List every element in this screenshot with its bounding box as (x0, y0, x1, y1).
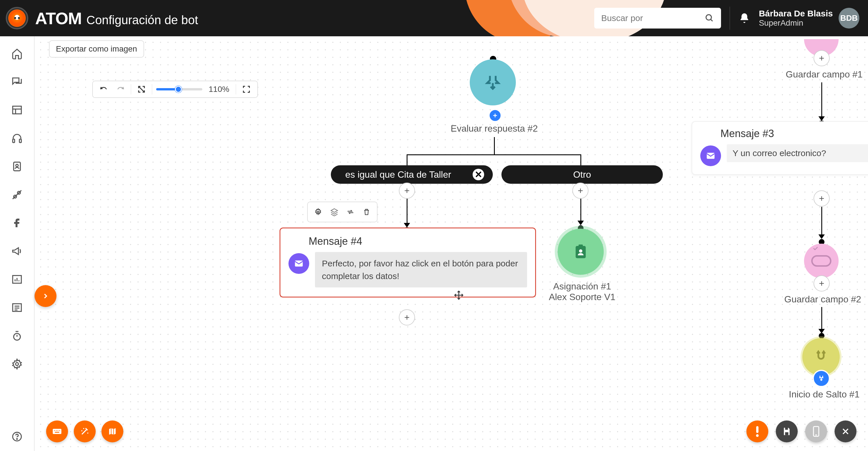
mail-icon (700, 146, 721, 166)
message3-title: Mensaje #3 (720, 128, 868, 140)
keyboard-fab[interactable] (46, 420, 68, 442)
svg-rect-42 (53, 429, 61, 434)
mail-icon (288, 253, 309, 274)
notifications-icon[interactable] (739, 12, 750, 24)
svg-point-51 (756, 434, 758, 437)
svg-point-8 (16, 164, 18, 167)
svg-line-1 (711, 19, 713, 21)
warning-fab[interactable] (746, 420, 768, 442)
undo-button[interactable] (97, 83, 110, 96)
branch-pill-equal[interactable]: es igual que Cita de Taller ✕ (331, 165, 493, 184)
node-layers-button[interactable] (327, 204, 342, 220)
logo-area: ATOM Configuración de bot (0, 7, 198, 29)
add-node-button[interactable]: + (813, 50, 830, 66)
sidebar-item-contact[interactable] (11, 161, 23, 172)
canvas-toolbar: 110% (92, 80, 258, 98)
svg-marker-29 (818, 116, 825, 121)
fit-button[interactable] (240, 83, 253, 96)
search-icon[interactable] (705, 13, 714, 23)
svg-rect-52 (785, 432, 788, 435)
mobile-preview-fab[interactable] (805, 420, 827, 442)
add-node-button[interactable]: + (813, 190, 830, 206)
app-name: ATOM (35, 9, 82, 28)
svg-rect-5 (13, 139, 15, 142)
zoom-slider[interactable] (156, 88, 202, 90)
node-settings-button[interactable] (311, 204, 326, 220)
add-node-button[interactable]: + (572, 183, 588, 199)
sidebar-item-stats[interactable] (11, 273, 23, 285)
message3-text: Y un correo electronico? (727, 144, 868, 162)
close-fab[interactable] (835, 420, 857, 442)
sidebar-item-headphones[interactable] (11, 132, 23, 144)
svg-point-25 (17, 439, 18, 440)
sidebar-item-disconnect[interactable] (11, 189, 23, 200)
sidebar-item-facebook[interactable] (11, 217, 23, 229)
svg-point-43 (54, 430, 55, 431)
magic-fab[interactable] (74, 420, 96, 442)
message4-text: Perfecto, por favor haz click en el botó… (315, 252, 527, 287)
sidebar-item-chat[interactable] (11, 76, 23, 88)
user-menu[interactable]: Bárbara De Blasis SuperAdmin BDB (759, 8, 859, 29)
branch-equal-label: es igual que Cita de Taller (345, 169, 451, 180)
node-swap-button[interactable] (343, 204, 358, 220)
svg-point-0 (706, 15, 712, 20)
save-fab[interactable] (776, 420, 798, 442)
node-message-4-selected[interactable]: Mensaje #4 Perfecto, por favor haz click… (280, 227, 536, 297)
export-image-button[interactable]: Exportar como imagen (49, 40, 144, 58)
add-node-button[interactable]: + (813, 275, 830, 291)
canvas-tools-left (46, 420, 123, 442)
savefield2-label: Guardar campo #2 (770, 294, 868, 305)
assignment-label-2: Alex Soporte V1 (539, 292, 625, 302)
svg-point-44 (56, 430, 57, 431)
svg-point-45 (58, 430, 59, 431)
svg-point-35 (317, 211, 319, 213)
app-header: ATOM Configuración de bot Bárbara De Bla… (0, 0, 868, 36)
svg-line-11 (13, 190, 21, 199)
add-branch-button[interactable] (489, 109, 502, 122)
node-delete-button[interactable] (359, 204, 374, 220)
remove-branch-icon[interactable]: ✕ (473, 169, 484, 180)
node-evaluator[interactable] (470, 59, 516, 105)
sidebar-item-timer[interactable] (11, 330, 23, 342)
sidebar-item-home[interactable] (11, 48, 23, 59)
sidebar-item-help[interactable] (11, 431, 23, 442)
svg-point-41 (579, 249, 582, 253)
sidebar-expand-button[interactable] (35, 285, 57, 307)
page-title: Configuración de bot (87, 13, 198, 27)
search-field[interactable] (601, 13, 699, 23)
map-fab[interactable] (101, 420, 123, 442)
fullscreen-button[interactable] (135, 83, 148, 96)
logo-icon (6, 7, 28, 29)
zoom-value: 110% (209, 85, 229, 94)
user-fullname: Bárbara De Blasis (759, 9, 833, 19)
redo-button[interactable] (114, 83, 127, 96)
user-role: SuperAdmin (759, 19, 833, 28)
svg-rect-40 (579, 245, 583, 247)
branch-pill-other[interactable]: Otro (501, 165, 663, 184)
sidebar-item-list[interactable] (11, 302, 23, 313)
avatar[interactable]: BDB (839, 8, 859, 29)
flow-canvas[interactable]: 110% Exportar como imagen Evaluar respue… (35, 36, 868, 451)
node-assignment[interactable] (558, 229, 604, 275)
add-node-button[interactable]: + (399, 183, 415, 199)
node-savefield-2[interactable] (804, 244, 839, 278)
assignment-label-1: Asignación #1 (539, 281, 625, 292)
evaluator-label: Evaluar respuesta #2 (418, 123, 570, 134)
svg-line-26 (138, 87, 144, 92)
node-message-3[interactable]: Mensaje #3 Y un correo electronico? (692, 121, 868, 175)
sidebar (0, 36, 35, 451)
canvas-tools-right (746, 420, 857, 442)
svg-point-46 (59, 430, 60, 431)
svg-point-23 (16, 363, 19, 365)
svg-marker-31 (818, 234, 825, 239)
sidebar-item-settings[interactable] (11, 358, 23, 370)
svg-rect-47 (55, 432, 59, 433)
node-action-toolbar (307, 202, 377, 222)
jump-link-icon[interactable] (813, 370, 830, 387)
sidebar-item-table[interactable] (11, 104, 23, 116)
add-node-button[interactable]: + (399, 309, 415, 325)
savefield1-label: Guardar campo #1 (772, 69, 868, 80)
svg-rect-50 (756, 426, 758, 433)
search-input[interactable] (594, 8, 721, 29)
sidebar-item-announce[interactable] (11, 245, 23, 257)
